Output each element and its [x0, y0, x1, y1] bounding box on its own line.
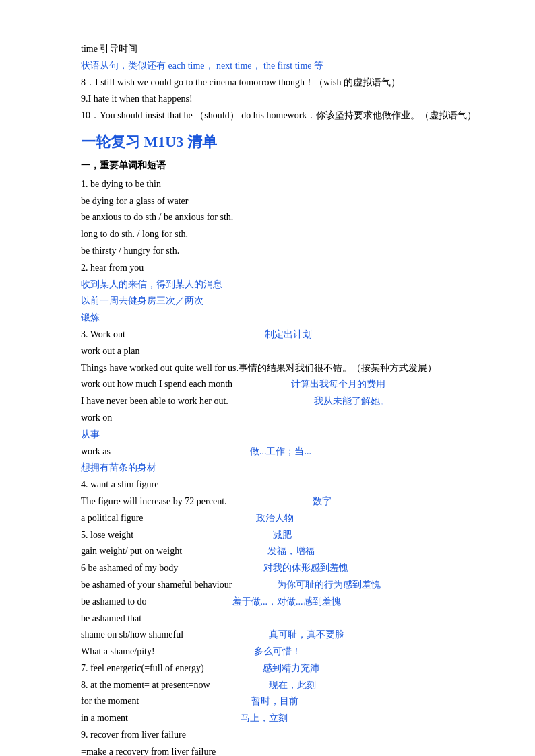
list-item: work on: [81, 410, 481, 426]
list-item: be thirsty / hungry for sth.: [81, 243, 481, 259]
list-item: 从事: [81, 427, 481, 443]
list-item: shame on sb/how shameful 真可耻，真不要脸: [81, 627, 481, 643]
list-item: be ashamed of your shameful behaviour 为你…: [81, 577, 481, 593]
list-item: 5. lose weight 减肥: [81, 527, 481, 543]
page-container: time 引导时间 状语从句，类似还有 each time， next time…: [81, 41, 481, 756]
line-time: time 引导时间: [81, 41, 481, 57]
list-item: in a moment 马上，立刻: [81, 710, 481, 726]
list-item: for the moment 暂时，目前: [81, 693, 481, 710]
list-item: a political figure 政治人物: [81, 510, 481, 526]
list-item: 9. recover from liver failure: [81, 727, 481, 743]
list-item: =make a recovery from liver failure: [81, 744, 481, 756]
list-item: 7. feel energetic(=full of energy) 感到精力充…: [81, 660, 481, 677]
list-item: be ashamed to do 羞于做...，对做...感到羞愧: [81, 594, 481, 610]
list-item: 想拥有苗条的身材: [81, 460, 481, 476]
list-item: be anxious to do sth / be anxious for st…: [81, 209, 481, 226]
line-adverbial: 状语从句，类似还有 each time， next time， the firs…: [81, 58, 481, 74]
list-item: I have never been able to work her out. …: [81, 393, 481, 409]
list-item: 8. at the moment= at present=now 现在，此刻: [81, 677, 481, 693]
section1-title: 一，重要单词和短语: [81, 158, 481, 174]
list-item: long to do sth. / long for sth.: [81, 226, 481, 242]
line-10: 10．You should insist that he （should） do…: [81, 108, 481, 124]
line-9: 9.I hate it when that happens!: [81, 91, 481, 107]
list-item: The figure will increase by 72 percent. …: [81, 493, 481, 510]
list-item: Things have worked out quite well for us…: [81, 360, 481, 376]
list-item: be ashamed that: [81, 611, 481, 627]
list-item: gain weight/ put on weight 发福，增福: [81, 543, 481, 559]
line-8: 8．I still wish we could go to the cinema…: [81, 75, 481, 91]
list-item: be dying for a glass of water: [81, 193, 481, 209]
chapter-heading: 一轮复习 M1U3 清单: [81, 132, 481, 152]
list-item: 以前一周去健身房三次／两次: [81, 293, 481, 309]
list-item: 3. Work out 制定出计划: [81, 327, 481, 343]
list-item: work out a plan: [81, 343, 481, 359]
list-item: What a shame/pity! 多么可惜！: [81, 644, 481, 660]
list-item: 1. be dying to be thin: [81, 176, 481, 193]
list-item: work as 做...工作；当...: [81, 444, 481, 460]
list-item: work out how much I spend each month 计算出…: [81, 376, 481, 392]
list-item: 锻炼: [81, 310, 481, 326]
list-item: 收到某人的来信，得到某人的消息: [81, 277, 481, 293]
list-item: 4. want a slim figure: [81, 477, 481, 493]
list-item: 2. hear from you: [81, 260, 481, 276]
list-item: 6 be ashamed of my body 对我的体形感到羞愧: [81, 560, 481, 576]
